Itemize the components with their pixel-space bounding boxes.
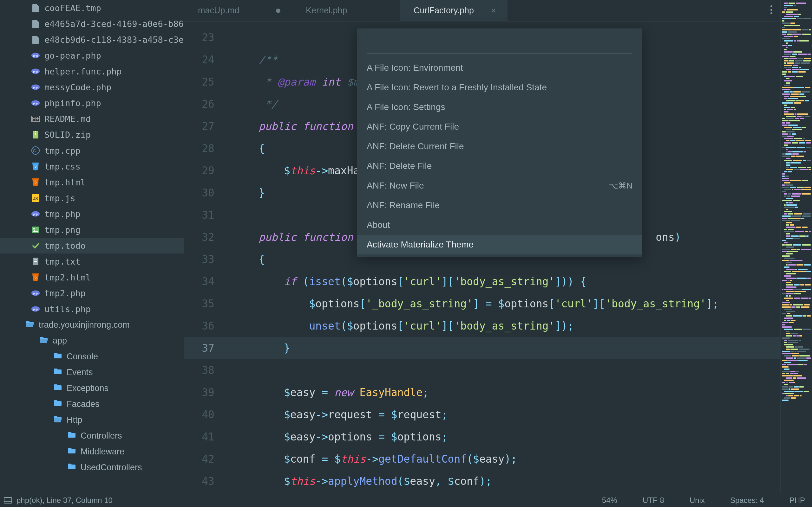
folder-icon	[67, 431, 76, 440]
file-row[interactable]: cooFEAE.tmp	[0, 0, 184, 16]
status-syntax[interactable]: PHP	[790, 496, 805, 505]
command-palette-input[interactable]	[367, 35, 632, 54]
code-line[interactable]: $easy->request = $request;	[225, 404, 780, 426]
command-palette-item[interactable]: ANF: Copy Current File	[357, 117, 642, 136]
command-palette-item[interactable]: A File Icon: Revert to a Freshly Install…	[357, 78, 642, 97]
command-palette-item[interactable]: A File Icon: Environment	[357, 58, 642, 78]
svg-text:php: php	[33, 102, 38, 105]
status-encoding[interactable]: UTF-8	[643, 496, 664, 505]
tmp-icon	[31, 19, 40, 28]
command-palette-item[interactable]: Activate Materialize Theme	[357, 235, 642, 255]
svg-rect-12	[35, 134, 36, 135]
code-line[interactable]: unset($options['curl']['body_as_string']…	[225, 315, 780, 337]
line-number: 33	[184, 248, 225, 271]
tab-label: macUp.md	[198, 6, 240, 15]
command-palette-item[interactable]: ANF: Delete File	[357, 156, 642, 176]
tab-dirty-icon	[276, 9, 281, 13]
folder-label: Controllers	[81, 431, 122, 441]
status-line-info[interactable]: php(ok), Line 37, Column 10	[16, 496, 113, 505]
code-line[interactable]: if (isset($options['curl']['body_as_stri…	[225, 271, 780, 293]
html-icon: 5	[31, 178, 40, 187]
command-palette-item[interactable]: ANF: Delete Current File	[357, 136, 642, 156]
minimap[interactable]	[780, 0, 812, 493]
folder-row[interactable]: Events	[0, 364, 184, 380]
code-line[interactable]: $conf = $this->getDefaultConf($easy);	[225, 448, 780, 470]
line-number: 34	[184, 271, 225, 293]
file-row[interactable]: phpmessyCode.php	[0, 79, 184, 95]
file-label: e48cb9d6-c118-4383-a458-c3e9953d2	[44, 35, 184, 45]
php-icon: php	[31, 99, 40, 107]
tab[interactable]: CurlFactory.php×	[400, 0, 507, 21]
code-line[interactable]: $options['_body_as_string'] = $options['…	[225, 293, 780, 315]
command-palette-item[interactable]: ANF: New File⌥⌘N	[357, 176, 642, 195]
file-row[interactable]: README.md	[0, 111, 184, 127]
file-label: phpinfo.php	[44, 98, 101, 108]
line-number: 24	[184, 49, 225, 71]
folder-row[interactable]: trade.youxinjinrong.com	[0, 317, 184, 333]
file-row[interactable]: phpphpinfo.php	[0, 95, 184, 111]
line-number: 25	[184, 71, 225, 93]
tab[interactable]: macUp.md	[184, 0, 292, 21]
file-row[interactable]: 3tmp.css	[0, 158, 184, 174]
command-palette-item-label: A File Icon: Environment	[367, 63, 463, 73]
tab[interactable]: Kernel.php	[292, 0, 400, 21]
file-row[interactable]: tmp.png	[0, 222, 184, 238]
file-label: tmp.txt	[44, 257, 81, 267]
file-row[interactable]: SOLID.zip	[0, 127, 184, 143]
command-palette-item[interactable]: ANF: Rename File	[357, 195, 642, 215]
code-line[interactable]: $easy = new EasyHandle;	[225, 382, 780, 404]
folder-row[interactable]: Middleware	[0, 444, 184, 459]
file-label: utils.php	[44, 304, 91, 314]
file-row[interactable]: phputils.php	[0, 301, 184, 317]
line-number: 28	[184, 137, 225, 160]
line-number: 29	[184, 160, 225, 182]
folder-label: Http	[67, 415, 83, 425]
svg-text:5: 5	[35, 180, 37, 184]
command-palette-item[interactable]: About	[357, 215, 642, 235]
command-palette-item[interactable]: A File Icon: Settings	[357, 97, 642, 117]
code-line[interactable]: $this->applyMethod($easy, $conf);	[225, 470, 780, 493]
file-label: SOLID.zip	[44, 130, 91, 140]
folder-row[interactable]: Controllers	[0, 428, 184, 444]
file-row[interactable]: phpgo-pear.php	[0, 48, 184, 63]
tab-overflow-button[interactable]	[763, 0, 780, 21]
code-line[interactable]	[225, 359, 780, 382]
folder-label: Middleware	[81, 447, 124, 457]
file-row[interactable]: e48cb9d6-c118-4383-a458-c3e9953d2	[0, 32, 184, 48]
file-row[interactable]: phphelper.func.php	[0, 63, 184, 79]
svg-rect-11	[35, 133, 36, 134]
folder-list: trade.youxinjinrong.comappConsoleEventsE…	[0, 317, 184, 475]
folder-row[interactable]: Console	[0, 349, 184, 364]
tmp-icon	[31, 3, 40, 12]
status-percent[interactable]: 54%	[602, 496, 617, 505]
file-label: README.md	[44, 114, 91, 124]
code-line[interactable]: }	[225, 337, 780, 359]
folder-label: trade.youxinjinrong.com	[39, 320, 130, 330]
file-row[interactable]: phptmp2.php	[0, 285, 184, 301]
folder-label: Events	[67, 368, 93, 377]
folder-label: Console	[67, 352, 98, 361]
line-number: 42	[184, 448, 225, 470]
file-row[interactable]: C⁺tmp.cpp	[0, 143, 184, 158]
file-row[interactable]: JStmp.js	[0, 190, 184, 206]
folder-row[interactable]: app	[0, 333, 184, 349]
file-row[interactable]: tmp.todo	[0, 238, 184, 253]
file-row[interactable]: e4465a7d-3ced-4169-a0e6-b868a15b	[0, 16, 184, 32]
file-row[interactable]: tmp.txt	[0, 253, 184, 269]
file-row[interactable]: phptmp.php	[0, 206, 184, 222]
folder-row[interactable]: Http	[0, 412, 184, 428]
file-row[interactable]: 5tmp2.html	[0, 269, 184, 285]
folder-row[interactable]: Exceptions	[0, 380, 184, 396]
line-number: 37	[184, 337, 225, 359]
file-label: tmp.png	[44, 225, 81, 235]
file-row[interactable]: 5tmp.html	[0, 174, 184, 190]
status-line-ending[interactable]: Unix	[690, 496, 705, 505]
folder-row[interactable]: Facades	[0, 396, 184, 412]
panel-toggle-icon[interactable]	[4, 497, 12, 504]
code-line[interactable]: $easy->options = $options;	[225, 426, 780, 448]
tab-close-icon[interactable]: ×	[491, 6, 496, 16]
svg-point-22	[33, 228, 35, 230]
svg-point-33	[770, 9, 772, 11]
folder-row[interactable]: UsedControllers	[0, 459, 184, 475]
status-indent[interactable]: Spaces: 4	[730, 496, 764, 505]
